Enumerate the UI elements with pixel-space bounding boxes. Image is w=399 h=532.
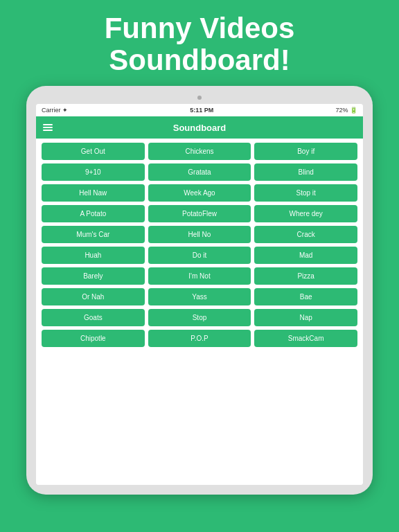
app-title: Funny Videos Soundboard!	[91, 0, 309, 86]
sound-button[interactable]: Huah	[42, 247, 145, 264]
sound-button[interactable]: Week Ago	[148, 184, 251, 202]
carrier-text: Carrier ✦	[42, 107, 68, 114]
sound-button[interactable]: Crack	[254, 226, 357, 243]
sound-button[interactable]: Nap	[254, 309, 357, 326]
sound-button[interactable]: Stop	[148, 309, 251, 326]
sound-button[interactable]: Hell Naw	[42, 184, 145, 202]
sound-button[interactable]: Hell No	[148, 226, 251, 243]
nav-title: Soundboard	[173, 123, 227, 133]
sound-button[interactable]: Pizza	[254, 267, 357, 285]
sound-button[interactable]: I'm Not	[148, 267, 251, 285]
sound-button[interactable]: SmackCam	[254, 330, 357, 347]
sound-button[interactable]: Chickens	[148, 143, 251, 160]
sound-button[interactable]: Do it	[148, 247, 251, 264]
sound-button[interactable]: Barely	[42, 267, 145, 285]
sound-buttons-grid: Get OutChickensBoy if9+10GratataBlindHel…	[42, 143, 357, 347]
hamburger-icon[interactable]	[43, 124, 53, 131]
sound-button[interactable]: Gratata	[148, 163, 251, 181]
navigation-bar: Soundboard	[36, 116, 363, 139]
sound-button[interactable]: Mum's Car	[42, 226, 145, 243]
time-text: 5:11 PM	[190, 107, 213, 114]
camera-dot	[197, 96, 202, 100]
tablet-device: Carrier ✦ 5:11 PM 72% 🔋 Soundboard Get O…	[26, 86, 373, 495]
status-bar: Carrier ✦ 5:11 PM 72% 🔋	[36, 104, 363, 116]
sound-button[interactable]: Chipotle	[42, 330, 145, 347]
sound-button[interactable]: Blind	[254, 163, 357, 181]
tablet-screen: Carrier ✦ 5:11 PM 72% 🔋 Soundboard Get O…	[36, 104, 363, 485]
sound-button[interactable]: Mad	[254, 247, 357, 264]
sound-button[interactable]: 9+10	[42, 163, 145, 181]
sound-button[interactable]: Yass	[148, 288, 251, 305]
sound-button[interactable]: A Potato	[42, 205, 145, 222]
sound-button[interactable]: Get Out	[42, 143, 145, 160]
sound-button[interactable]: Boy if	[254, 143, 357, 160]
sound-button[interactable]: Bae	[254, 288, 357, 305]
sound-button[interactable]: Stop it	[254, 184, 357, 202]
sound-button[interactable]: Goats	[42, 309, 145, 326]
sound-button[interactable]: P.O.P	[148, 330, 251, 347]
sound-button[interactable]: PotatoFlew	[148, 205, 251, 222]
battery-text: 72% 🔋	[335, 107, 357, 114]
sound-button[interactable]: Where dey	[254, 205, 357, 222]
sound-button[interactable]: Or Nah	[42, 288, 145, 305]
content-area: Get OutChickensBoy if9+10GratataBlindHel…	[36, 139, 363, 485]
